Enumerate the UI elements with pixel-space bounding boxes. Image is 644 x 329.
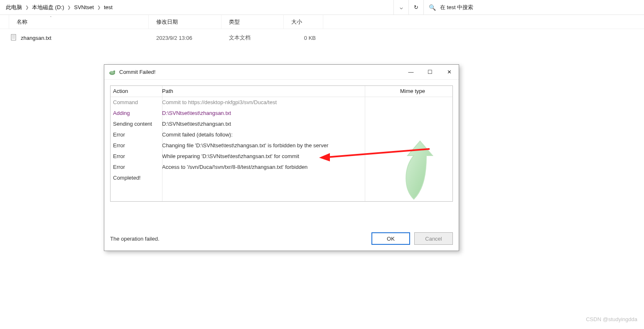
tortoisesvn-icon bbox=[108, 68, 116, 76]
search-box[interactable]: 🔍 在 test 中搜索 bbox=[424, 0, 644, 15]
chevron-right-icon: ❯ bbox=[66, 5, 71, 10]
cell-action: Error bbox=[113, 152, 162, 161]
column-size[interactable]: 大小 bbox=[284, 15, 323, 29]
text-file-icon bbox=[9, 34, 18, 42]
cell-action: Sending content bbox=[113, 119, 162, 129]
cancel-button: Cancel bbox=[414, 232, 453, 245]
button-row: OK Cancel bbox=[371, 232, 453, 245]
svg-rect-0 bbox=[11, 34, 16, 40]
minimize-button[interactable]: — bbox=[401, 65, 420, 79]
chevron-right-icon: ❯ bbox=[96, 5, 101, 10]
explorer-toolbar: 此电脑 ❯ 本地磁盘 (D:) ❯ SVNtset ❯ test ⌵ ↻ 🔍 在… bbox=[0, 0, 644, 15]
breadcrumb-root[interactable]: 此电脑 bbox=[3, 4, 25, 11]
chevron-right-icon: ❯ bbox=[25, 5, 29, 10]
recent-locations-button[interactable]: ⌵ bbox=[394, 0, 409, 15]
refresh-icon: ↻ bbox=[414, 4, 418, 10]
column-headers: ˄ 名称 修改日期 类型 大小 bbox=[0, 15, 644, 29]
breadcrumb-drive[interactable]: 本地磁盘 (D:) bbox=[29, 4, 66, 11]
column-date[interactable]: 修改日期 bbox=[149, 15, 221, 29]
file-name: zhangsan.txt bbox=[18, 35, 149, 41]
column-type-label: 类型 bbox=[229, 18, 240, 26]
breadcrumb-folder[interactable]: SVNtset bbox=[71, 4, 96, 10]
column-type[interactable]: 类型 bbox=[221, 15, 284, 29]
svg-point-6 bbox=[110, 71, 114, 74]
cell-action: Error bbox=[113, 130, 162, 139]
sort-indicator-icon: ˄ bbox=[50, 16, 52, 20]
breadcrumb-current[interactable]: test bbox=[101, 4, 115, 10]
column-name-label: 名称 bbox=[17, 18, 27, 26]
close-icon: ✕ bbox=[447, 69, 452, 75]
cell-action: Completed! bbox=[113, 173, 162, 183]
address-bar[interactable]: 此电脑 ❯ 本地磁盘 (D:) ❯ SVNtset ❯ test bbox=[0, 0, 394, 15]
close-button[interactable]: ✕ bbox=[440, 65, 459, 79]
commit-failed-dialog: Commit Failed! — ☐ ✕ Action Path Mime ty… bbox=[104, 64, 459, 251]
maximize-button[interactable]: ☐ bbox=[420, 65, 440, 79]
column-name[interactable]: ˄ 名称 bbox=[9, 15, 149, 29]
dialog-titlebar[interactable]: Commit Failed! — ☐ ✕ bbox=[104, 65, 459, 80]
minimize-icon: — bbox=[408, 69, 414, 75]
column-date-label: 修改日期 bbox=[156, 18, 178, 26]
maximize-icon: ☐ bbox=[428, 69, 433, 75]
file-date: 2023/9/2 13:06 bbox=[149, 35, 221, 41]
watermark: CSDN @studyingdda bbox=[586, 316, 637, 322]
dialog-body: Action Path Mime type CommandCommit to h… bbox=[104, 80, 459, 207]
col-mime[interactable]: Mime type bbox=[400, 87, 450, 96]
col-action[interactable]: Action bbox=[113, 87, 162, 96]
dialog-footer: The operation failed. OK Cancel bbox=[110, 232, 453, 245]
file-row[interactable]: zhangsan.txt 2023/9/2 13:06 文本文档 0 KB bbox=[0, 32, 644, 43]
cell-action: Adding bbox=[113, 109, 162, 118]
ok-button[interactable]: OK bbox=[371, 232, 410, 245]
gutter bbox=[0, 15, 9, 29]
file-size: 0 KB bbox=[284, 35, 323, 41]
chevron-down-icon: ⌵ bbox=[400, 4, 403, 10]
cell-action: Command bbox=[113, 98, 162, 107]
refresh-button[interactable]: ↻ bbox=[409, 0, 424, 15]
grid-divider bbox=[162, 86, 162, 201]
log-grid[interactable]: Action Path Mime type CommandCommit to h… bbox=[110, 85, 453, 202]
dialog-title: Commit Failed! bbox=[119, 69, 155, 75]
search-placeholder: 在 test 中搜索 bbox=[440, 4, 473, 11]
window-controls: — ☐ ✕ bbox=[401, 65, 459, 79]
search-icon: 🔍 bbox=[429, 4, 436, 11]
grid-divider bbox=[365, 86, 365, 201]
operation-status: The operation failed. bbox=[110, 236, 160, 242]
cell-action: Error bbox=[113, 141, 162, 150]
file-type: 文本文档 bbox=[221, 34, 284, 41]
column-size-label: 大小 bbox=[291, 18, 302, 26]
cell-action: Error bbox=[113, 163, 162, 172]
